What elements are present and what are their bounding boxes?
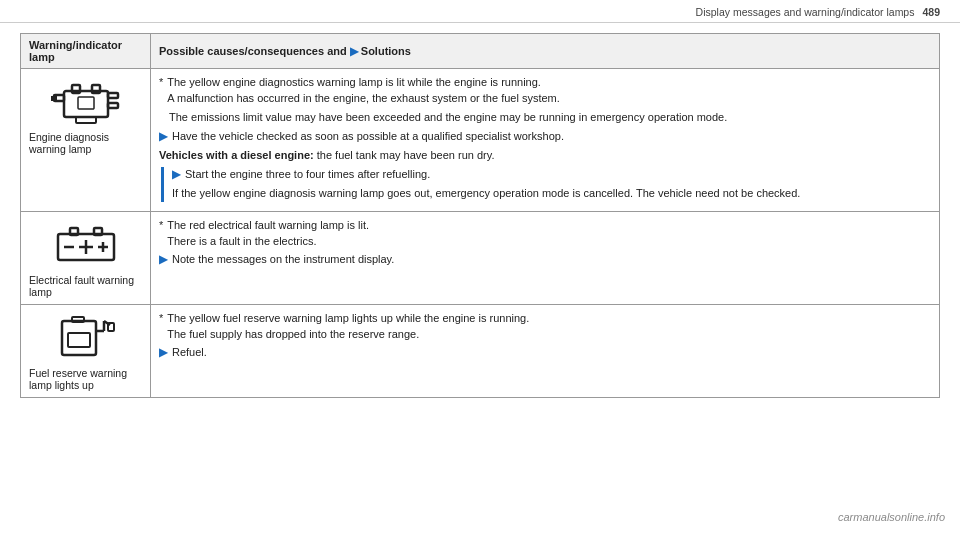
bold-prefix: Vehicles with a diesel engine: [159, 149, 314, 161]
content-text: The red electrical fault warning lamp is… [167, 218, 369, 250]
icon-cell-fuel: Fuel reserve warning lamp lights up [21, 304, 151, 397]
svg-rect-11 [94, 228, 102, 235]
content-item: If the yellow engine diagnosis warning l… [172, 186, 931, 202]
electrical-icon-wrapper [29, 218, 142, 270]
content-cell-engine: * The yellow engine diagnostics warning … [151, 69, 940, 212]
content-item: * The yellow fuel reserve warning lamp l… [159, 311, 931, 343]
svg-rect-18 [68, 333, 90, 347]
page-header: Display messages and warning/indicator l… [0, 0, 960, 23]
svg-rect-22 [108, 323, 114, 331]
svg-rect-5 [108, 93, 118, 98]
arrow-icon: ▶ [159, 129, 167, 145]
engine-icon-wrapper [29, 75, 142, 127]
content-item: ▶ Have the vehicle checked as soon as po… [159, 129, 931, 145]
svg-rect-7 [76, 117, 96, 123]
fuel-icon-wrapper [29, 311, 142, 363]
electrical-icon-label: Electrical fault warning lamp [29, 274, 142, 298]
page-number: 489 [922, 6, 940, 18]
col2-header: Possible causes/consequences and ▶ Solut… [151, 34, 940, 69]
svg-rect-1 [72, 85, 80, 93]
table-row: Electrical fault warning lamp * The red … [21, 211, 940, 304]
svg-rect-23 [72, 317, 84, 322]
content-text: Refuel. [172, 345, 207, 361]
blue-indented-block: ▶ Start the engine three to four times a… [161, 167, 931, 202]
table-row: Engine diagnosis warning lamp * The yell… [21, 69, 940, 212]
header-title: Display messages and warning/indicator l… [696, 6, 915, 18]
svg-rect-2 [92, 85, 100, 93]
fuel-icon-label: Fuel reserve warning lamp lights up [29, 367, 142, 391]
engine-warning-icon [50, 75, 122, 127]
fuel-warning-icon [50, 311, 122, 363]
watermark: carmanualsonline.info [838, 511, 945, 523]
page-container: Display messages and warning/indicator l… [0, 0, 960, 533]
warning-lamps-table: Warning/indicator lamp Possible causes/c… [20, 33, 940, 398]
svg-rect-6 [108, 103, 118, 108]
icon-cell-engine: Engine diagnosis warning lamp [21, 69, 151, 212]
content-text: The yellow fuel reserve warning lamp lig… [167, 311, 529, 343]
content-item: Vehicles with a diesel engine: the fuel … [159, 148, 931, 164]
content-text: Note the messages on the instrument disp… [172, 252, 394, 268]
content-cell-electrical: * The red electrical fault warning lamp … [151, 211, 940, 304]
icon-cell-electrical: Electrical fault warning lamp [21, 211, 151, 304]
content-item: ▶ Refuel. [159, 345, 931, 361]
arrow-icon: ▶ [159, 345, 167, 361]
asterisk: * [159, 218, 163, 234]
content-item: ▶ Note the messages on the instrument di… [159, 252, 931, 268]
content-item: The emissions limit value may have been … [169, 110, 931, 126]
svg-rect-8 [78, 97, 94, 109]
content-item: * The red electrical fault warning lamp … [159, 218, 931, 250]
content-text: Have the vehicle checked as soon as poss… [172, 129, 564, 145]
table-row: Fuel reserve warning lamp lights up * Th… [21, 304, 940, 397]
arrow-icon: ▶ [159, 252, 167, 268]
content-area: Warning/indicator lamp Possible causes/c… [0, 23, 960, 418]
content-item: * The yellow engine diagnostics warning … [159, 75, 931, 107]
arrow-icon: ▶ [172, 167, 180, 183]
content-text: Start the engine three to four times aft… [185, 167, 430, 183]
electrical-warning-icon [50, 218, 122, 270]
col1-header: Warning/indicator lamp [21, 34, 151, 69]
content-item: ▶ Start the engine three to four times a… [172, 167, 931, 183]
asterisk: * [159, 311, 163, 327]
engine-icon-label: Engine diagnosis warning lamp [29, 131, 142, 155]
content-cell-fuel: * The yellow fuel reserve warning lamp l… [151, 304, 940, 397]
asterisk: * [159, 75, 163, 91]
svg-rect-0 [64, 91, 108, 117]
svg-rect-10 [70, 228, 78, 235]
content-text: The yellow engine diagnostics warning la… [167, 75, 560, 107]
